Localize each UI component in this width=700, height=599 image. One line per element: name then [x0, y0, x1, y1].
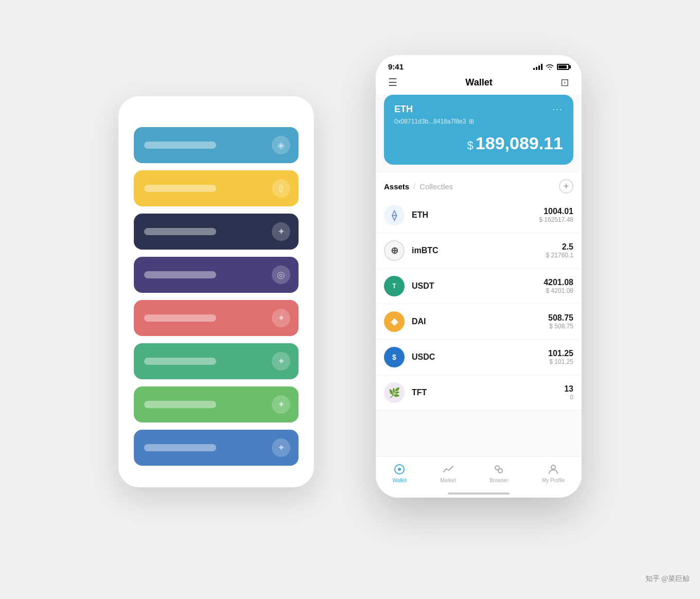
- back-card-2-text: [144, 185, 216, 192]
- dai-icon: ◈: [384, 311, 405, 332]
- phone-back: ◈ ₿ ✦ ◎ ✦ ✦ ✦ ✦: [118, 96, 314, 487]
- market-tab-icon: [442, 463, 454, 475]
- menu-icon[interactable]: ☰: [388, 76, 397, 89]
- tft-values: 13 0: [564, 384, 573, 401]
- eth-card-more-button[interactable]: ···: [552, 104, 563, 115]
- back-card-3-icon: ✦: [272, 222, 290, 241]
- tft-amount: 13: [564, 384, 573, 394]
- usdt-amount: 4201.08: [544, 278, 573, 287]
- back-card-5-icon: ✦: [272, 309, 290, 327]
- assets-tabs: Assets / Collectles: [384, 182, 453, 191]
- usdc-icon: $: [384, 347, 405, 367]
- eth-amount: 1004.01: [539, 207, 573, 216]
- tab-browser[interactable]: Browser: [489, 463, 509, 483]
- profile-tab-icon: [547, 463, 559, 475]
- tft-name: TFT: [412, 388, 564, 397]
- status-bar: 9:41: [376, 55, 582, 71]
- scene: ◈ ₿ ✦ ◎ ✦ ✦ ✦ ✦: [118, 55, 582, 544]
- usdc-name: USDC: [412, 353, 548, 362]
- usdc-usd: $ 101.25: [548, 358, 573, 365]
- nav-bar: ☰ Wallet ⊡: [376, 71, 582, 95]
- back-card-8-icon: ✦: [272, 438, 290, 457]
- imbtc-icon: ⊕: [384, 240, 405, 261]
- dai-usd: $ 508.75: [548, 323, 573, 330]
- usdt-values: 4201.08 $ 4201.08: [544, 278, 573, 294]
- usdt-name: USDT: [412, 281, 544, 291]
- tab-browser-label: Browser: [489, 478, 509, 483]
- dai-amount: 508.75: [548, 313, 573, 323]
- usdt-icon: T: [384, 276, 405, 296]
- back-card-7-text: [144, 401, 216, 408]
- asset-item-usdc[interactable]: $ USDC 101.25 $ 101.25: [376, 340, 582, 375]
- back-card-1[interactable]: ◈: [134, 127, 299, 163]
- eth-wallet-card[interactable]: ETH ··· 0x08711d3b...8418a7f8e3 ⊞ $189,0…: [384, 95, 573, 165]
- tab-market[interactable]: Market: [440, 463, 456, 483]
- tab-assets[interactable]: Assets: [384, 182, 409, 191]
- back-card-5-text: [144, 314, 216, 322]
- browser-tab-icon: [493, 463, 505, 475]
- tab-collectibles[interactable]: Collectles: [419, 182, 453, 191]
- back-card-5[interactable]: ✦: [134, 300, 299, 336]
- imbtc-usd: $ 21760.1: [546, 252, 573, 259]
- back-card-2[interactable]: ₿: [134, 170, 299, 206]
- dai-values: 508.75 $ 508.75: [548, 313, 573, 330]
- asset-list: ⟠ ETH 1004.01 $ 162517.48 ⊕ imBTC 2.5 $ …: [376, 198, 582, 411]
- eth-values: 1004.01 $ 162517.48: [539, 207, 573, 223]
- back-card-4[interactable]: ◎: [134, 257, 299, 293]
- back-card-4-text: [144, 271, 216, 278]
- asset-item-eth[interactable]: ⟠ ETH 1004.01 $ 162517.48: [376, 198, 582, 233]
- status-time: 9:41: [388, 62, 404, 71]
- status-icons: [533, 64, 569, 70]
- eth-usd: $ 162517.48: [539, 216, 573, 223]
- eth-card-header: ETH ···: [394, 104, 563, 115]
- svg-point-1: [398, 468, 401, 471]
- tab-profile[interactable]: My Profile: [542, 463, 565, 483]
- imbtc-name: imBTC: [412, 246, 546, 255]
- tft-icon: 🌿: [384, 382, 405, 403]
- tab-bar: Wallet Market Browser My: [376, 456, 582, 498]
- back-card-8-text: [144, 444, 216, 451]
- imbtc-amount: 2.5: [546, 242, 573, 252]
- back-card-1-icon: ◈: [272, 136, 290, 154]
- back-card-8[interactable]: ✦: [134, 430, 299, 466]
- tab-market-label: Market: [440, 478, 456, 483]
- battery-icon: [557, 64, 569, 70]
- tab-wallet[interactable]: Wallet: [393, 463, 407, 483]
- back-card-6[interactable]: ✦: [134, 343, 299, 379]
- home-indicator: [448, 492, 510, 495]
- asset-item-dai[interactable]: ◈ DAI 508.75 $ 508.75: [376, 304, 582, 340]
- dollar-sign: $: [467, 139, 474, 152]
- dai-name: DAI: [412, 317, 548, 326]
- wifi-icon: [546, 64, 554, 70]
- asset-item-usdt[interactable]: T USDT 4201.08 $ 4201.08: [376, 269, 582, 304]
- imbtc-values: 2.5 $ 21760.1: [546, 242, 573, 259]
- asset-item-tft[interactable]: 🌿 TFT 13 0: [376, 375, 582, 411]
- eth-card-address: 0x08711d3b...8418a7f8e3 ⊞: [394, 118, 563, 125]
- tab-profile-label: My Profile: [542, 478, 565, 483]
- add-asset-button[interactable]: +: [559, 179, 573, 193]
- svg-point-4: [551, 465, 555, 469]
- wallet-tab-icon: [393, 463, 406, 475]
- back-card-6-icon: ✦: [272, 352, 290, 371]
- usdc-values: 101.25 $ 101.25: [548, 349, 573, 365]
- eth-card-balance: $189,089.11: [394, 133, 563, 153]
- back-card-7-icon: ✦: [272, 395, 290, 414]
- eth-name: ETH: [412, 210, 539, 220]
- back-card-6-text: [144, 358, 216, 365]
- phone-front: 9:41 ☰ Wallet ⊡: [376, 55, 582, 498]
- watermark: 知乎 @菜巨鲸: [645, 574, 690, 584]
- nav-title: Wallet: [465, 77, 492, 88]
- back-card-3[interactable]: ✦: [134, 214, 299, 250]
- eth-icon: ⟠: [384, 205, 405, 225]
- copy-icon[interactable]: ⊞: [469, 118, 474, 125]
- phone-content: ETH ··· 0x08711d3b...8418a7f8e3 ⊞ $189,0…: [376, 95, 582, 498]
- tab-wallet-label: Wallet: [393, 478, 407, 483]
- asset-item-imbtc[interactable]: ⊕ imBTC 2.5 $ 21760.1: [376, 233, 582, 269]
- back-card-1-text: [144, 142, 216, 149]
- back-card-3-text: [144, 228, 216, 235]
- signal-icon: [533, 64, 542, 70]
- scan-icon[interactable]: ⊡: [561, 76, 569, 89]
- back-card-4-icon: ◎: [272, 266, 290, 284]
- back-card-7[interactable]: ✦: [134, 386, 299, 422]
- tab-divider: /: [413, 182, 415, 190]
